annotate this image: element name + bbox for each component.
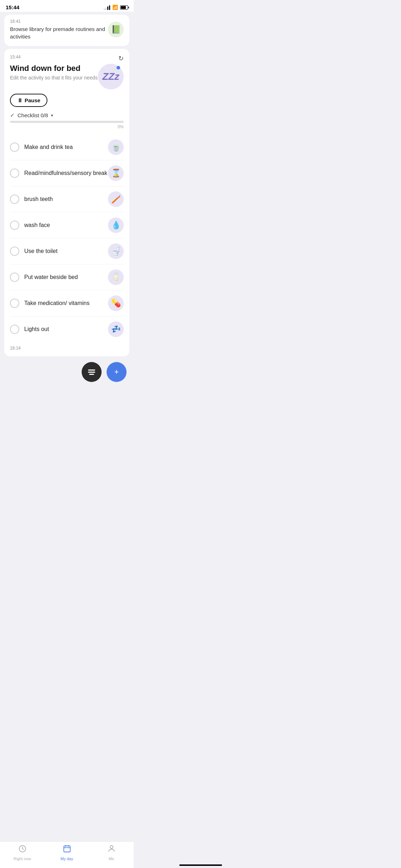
list-item[interactable]: Use the toilet 🚽 — [10, 238, 124, 264]
routine-title: Wind down for bed — [10, 64, 98, 73]
battery-icon — [120, 5, 128, 10]
fab-area: + — [0, 358, 134, 386]
item-checkbox[interactable] — [10, 273, 19, 282]
checklist-items: Make and drink tea 🍵 Read/mindfulness/se… — [10, 134, 124, 342]
item-label: Put water beside bed — [24, 274, 78, 280]
status-time: 15:44 — [6, 4, 19, 10]
item-label: Make and drink tea — [24, 144, 73, 150]
routine-card-bottom-time: 16:14 — [10, 346, 124, 351]
library-card-time: 16:41 — [10, 19, 108, 24]
item-icon: 🪥 — [108, 191, 124, 207]
signal-icon — [104, 5, 110, 10]
stacked-pages-button[interactable] — [82, 362, 102, 382]
item-icon: 🚽 — [108, 243, 124, 259]
item-label: Use the toilet — [24, 248, 57, 254]
item-checkbox[interactable] — [10, 221, 19, 230]
wifi-icon: 📶 — [112, 5, 118, 10]
item-icon: 🍵 — [108, 139, 124, 155]
item-label: Take medication/ vitamins — [24, 300, 89, 306]
icon-dot — [117, 66, 120, 69]
library-card-content: 16:41 Browse library for premade routine… — [10, 19, 108, 40]
item-checkbox[interactable] — [10, 195, 19, 204]
sleep-icon: ZZz — [102, 71, 119, 82]
item-checkbox[interactable] — [10, 169, 19, 178]
item-checkbox[interactable] — [10, 325, 19, 334]
library-card-text: Browse library for premade routines and … — [10, 25, 108, 40]
pause-button[interactable]: ⏸ Pause — [10, 94, 47, 107]
routine-card-header: Wind down for bed Edit the activity so t… — [10, 64, 124, 89]
repeat-icon[interactable]: ↻ — [118, 55, 124, 62]
status-icons: 📶 — [104, 5, 128, 10]
list-item[interactable]: Read/mindfulness/sensory break ⌛ — [10, 160, 124, 186]
add-button[interactable]: + — [107, 362, 127, 382]
list-item[interactable]: brush teeth 🪥 — [10, 186, 124, 212]
item-icon: 💤 — [108, 321, 124, 337]
routine-icon-bubble: ZZz — [98, 64, 124, 89]
checklist-header[interactable]: ✓ Checklist 0/8 ▾ — [10, 112, 124, 119]
list-item[interactable]: Put water beside bed 🥛 — [10, 264, 124, 290]
item-label: wash face — [24, 222, 50, 228]
stacked-pages-icon — [88, 370, 95, 375]
item-checkbox[interactable] — [10, 143, 19, 152]
routine-card: 15:44 ↻ Wind down for bed Edit the activ… — [4, 49, 129, 356]
item-label: Read/mindfulness/sensory break — [24, 170, 107, 176]
chevron-down-icon[interactable]: ▾ — [51, 113, 53, 118]
library-card-icon: 📗 — [108, 22, 124, 37]
checklist-label: Checklist 0/8 — [17, 112, 48, 118]
list-item[interactable]: Lights out 💤 — [10, 316, 124, 342]
routine-title-section: Wind down for bed Edit the activity so t… — [10, 64, 98, 82]
routine-subtitle: Edit the activity so that it fits your n… — [10, 74, 98, 82]
pause-icon: ⏸ — [17, 97, 22, 103]
checkmark-icon: ✓ — [10, 112, 15, 119]
item-icon: 💧 — [108, 217, 124, 233]
list-item[interactable]: Take medication/ vitamins 💊 — [10, 290, 124, 316]
plus-icon: + — [114, 367, 119, 377]
item-label: Lights out — [24, 326, 49, 332]
progress-bar — [10, 121, 124, 123]
progress-percentage: 0% — [10, 124, 124, 129]
item-label: brush teeth — [24, 196, 53, 202]
list-item[interactable]: Make and drink tea 🍵 — [10, 134, 124, 160]
item-icon: ⌛ — [108, 165, 124, 181]
item-icon: 💊 — [108, 295, 124, 311]
item-checkbox[interactable] — [10, 299, 19, 308]
status-bar: 15:44 📶 — [0, 0, 134, 12]
list-item[interactable]: wash face 💧 — [10, 212, 124, 238]
item-checkbox[interactable] — [10, 247, 19, 256]
item-icon: 🥛 — [108, 269, 124, 285]
library-card[interactable]: 16:41 Browse library for premade routine… — [4, 15, 129, 46]
routine-card-top-time: 15:44 — [10, 55, 21, 60]
